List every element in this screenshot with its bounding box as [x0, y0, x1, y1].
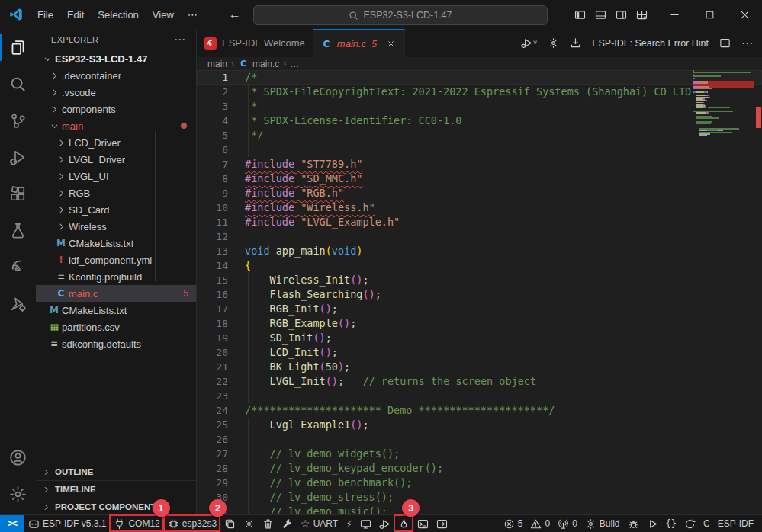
code-line-28[interactable]: 28 // lv_demo_keypad_encoder();: [197, 461, 762, 476]
sb-new-terminal[interactable]: [413, 515, 432, 532]
menu-file[interactable]: File: [31, 6, 60, 24]
sb-problems-warnings[interactable]: 0: [526, 515, 554, 532]
code-line-22[interactable]: 22 LVGL_Init(); // returns the screen ob…: [197, 374, 762, 389]
tree-item-idf-component-yml[interactable]: ! idf_component.yml: [36, 252, 196, 268]
code-line-4[interactable]: 4 * SPDX-License-Identifier: CC0-1.0: [197, 114, 762, 128]
command-center-search[interactable]: ESP32-S3-LCD-1.47: [253, 5, 548, 25]
sb-debug-task[interactable]: [624, 515, 643, 532]
sb-full-clean[interactable]: [259, 515, 278, 532]
tree-item-sd-card[interactable]: SD_Card: [36, 201, 196, 218]
layout-right-icon[interactable]: [616, 9, 627, 21]
code-line-29[interactable]: 29 // lv_demo_benchmark();: [197, 476, 762, 490]
tree-item-cmakelists-txt[interactable]: M CMakeLists.txt: [36, 235, 196, 252]
split-editor-icon[interactable]: [719, 37, 731, 49]
section-outline[interactable]: OUTLINE: [36, 463, 196, 480]
activity-settings[interactable]: [0, 476, 36, 512]
layout-grid-icon[interactable]: [636, 9, 648, 21]
tree-item-wireless[interactable]: Wireless: [36, 218, 196, 235]
activity-espressif-tools[interactable]: [0, 285, 36, 322]
code-line-27[interactable]: 27 // lv_demo_widgets();: [197, 447, 762, 461]
tree-item-components[interactable]: components: [36, 101, 196, 117]
code-line-5[interactable]: 5 */: [197, 128, 762, 143]
layout-left-icon[interactable]: [574, 9, 586, 21]
section-timeline[interactable]: TIMELINE: [36, 480, 196, 498]
remote-indicator[interactable]: ><: [0, 515, 24, 532]
breadcrumb-item[interactable]: …: [290, 59, 299, 69]
install-icon[interactable]: [570, 37, 581, 49]
sb-run-task[interactable]: [643, 515, 662, 532]
code-line-31[interactable]: 31 // lv_demo_music();: [197, 505, 762, 515]
sb-serial-port[interactable]: COM12: [110, 515, 163, 532]
activity-extensions[interactable]: [0, 175, 36, 212]
editor-more-actions[interactable]: ⋯: [741, 37, 753, 50]
code-line-18[interactable]: 18 RGB_Example();: [197, 316, 762, 331]
code-line-7[interactable]: 7#include "ST7789.h": [197, 157, 762, 171]
code-line-2[interactable]: 2 * SPDX-FileCopyrightText: 2021-2022 Es…: [197, 85, 762, 99]
sb-flash-type[interactable]: ☆UART: [297, 515, 342, 532]
menu-selection[interactable]: Selection: [91, 6, 145, 24]
sb-espidf-extension[interactable]: ESP-IDF: [714, 515, 757, 532]
code-line-3[interactable]: 3 *: [197, 99, 762, 114]
code-line-17[interactable]: 17 RGB_Init();: [197, 302, 762, 316]
layout-bottom-icon[interactable]: [595, 9, 606, 21]
window-minimize-button[interactable]: [657, 0, 692, 29]
sb-language-braces[interactable]: {}: [662, 515, 680, 532]
tree-item-main-c[interactable]: C main.c5: [36, 285, 196, 302]
activity-account[interactable]: [0, 439, 36, 476]
code-line-11[interactable]: 11#include "LVGL_Example.h": [197, 215, 762, 229]
breadcrumb-item[interactable]: main.c: [252, 59, 279, 69]
code-line-23[interactable]: 23: [197, 389, 762, 403]
sb-language-mode[interactable]: C: [699, 515, 714, 532]
code-line-8[interactable]: 8#include "SD_MMC.h": [197, 171, 762, 186]
menu-more[interactable]: ⋯: [181, 6, 204, 24]
activity-testing[interactable]: [0, 212, 36, 248]
activity-explorer[interactable]: [0, 29, 36, 66]
tree-item--vscode[interactable]: .vscode: [36, 84, 196, 101]
tree-item-cmakelists-txt[interactable]: M CMakeLists.txt: [36, 302, 196, 319]
code-line-14[interactable]: 14{: [197, 258, 762, 273]
sb-flash[interactable]: ⚡: [342, 515, 356, 532]
tree-item-rgb[interactable]: RGB: [36, 184, 196, 201]
window-close-button[interactable]: [727, 0, 762, 29]
tree-item-esp32-s3-lcd-1-47[interactable]: ESP32-S3-LCD-1.47: [36, 50, 196, 67]
overview-ruler[interactable]: [754, 70, 762, 515]
window-maximize-button[interactable]: [692, 0, 727, 29]
code-line-19[interactable]: 19 SD_Init();: [197, 331, 762, 345]
code-line-12[interactable]: 12: [197, 229, 762, 244]
code-line-16[interactable]: 16 Flash_Searching();: [197, 287, 762, 302]
menu-edit[interactable]: Edit: [60, 6, 91, 24]
sb-problems-errors[interactable]: 5: [500, 515, 527, 532]
tab-main-c[interactable]: Cmain.c5: [313, 29, 405, 58]
section-project-components[interactable]: PROJECT COMPONENTS: [36, 498, 196, 515]
activity-search[interactable]: [0, 66, 36, 102]
breadcrumb[interactable]: main›Cmain.c›…: [197, 57, 762, 70]
sb-monitor-device[interactable]: [356, 515, 375, 532]
activity-espressif[interactable]: [0, 248, 36, 285]
code-line-30[interactable]: 30 // lv_demo_stress();: [197, 490, 762, 505]
code-line-1[interactable]: 1/*: [197, 70, 762, 85]
run-or-debug-button[interactable]: ˅: [521, 37, 537, 49]
sb-sdk-config[interactable]: [240, 515, 259, 532]
code-line-21[interactable]: 21 BK_Light(50);: [197, 360, 762, 374]
tree-item-kconfig-projbuild[interactable]: ≡ Kconfig.projbuild: [36, 268, 196, 285]
code-line-26[interactable]: 26: [197, 432, 762, 447]
sb-ports[interactable]: 0: [554, 515, 581, 532]
sb-custom-task[interactable]: [278, 515, 297, 532]
sb-debug-device[interactable]: [375, 515, 394, 532]
code-line-20[interactable]: 20 LCD_Init();: [197, 345, 762, 360]
sb-execute-command[interactable]: [432, 515, 452, 532]
close-icon[interactable]: [387, 40, 395, 48]
sidebar-more-actions[interactable]: ⋯: [174, 33, 185, 46]
code-line-9[interactable]: 9#include "RGB.h": [197, 186, 762, 200]
sb-espidf-version[interactable]: ESP-IDF v5.3.1: [24, 515, 110, 532]
sb-device-target[interactable]: esp32s3: [164, 515, 220, 532]
gear-icon[interactable]: [548, 37, 559, 49]
code-line-6[interactable]: 6: [197, 143, 762, 157]
sb-sync[interactable]: [680, 515, 699, 532]
activity-run-debug[interactable]: [0, 139, 36, 175]
minimap[interactable]: [693, 70, 754, 515]
tree-item-partitions-csv[interactable]: partitions.csv: [36, 319, 196, 335]
search-error-hint-button[interactable]: ESP-IDF: Search Error Hint: [592, 38, 709, 49]
tree-item--devcontainer[interactable]: .devcontainer: [36, 67, 196, 84]
code-line-15[interactable]: 15 Wireless_Init();: [197, 273, 762, 287]
